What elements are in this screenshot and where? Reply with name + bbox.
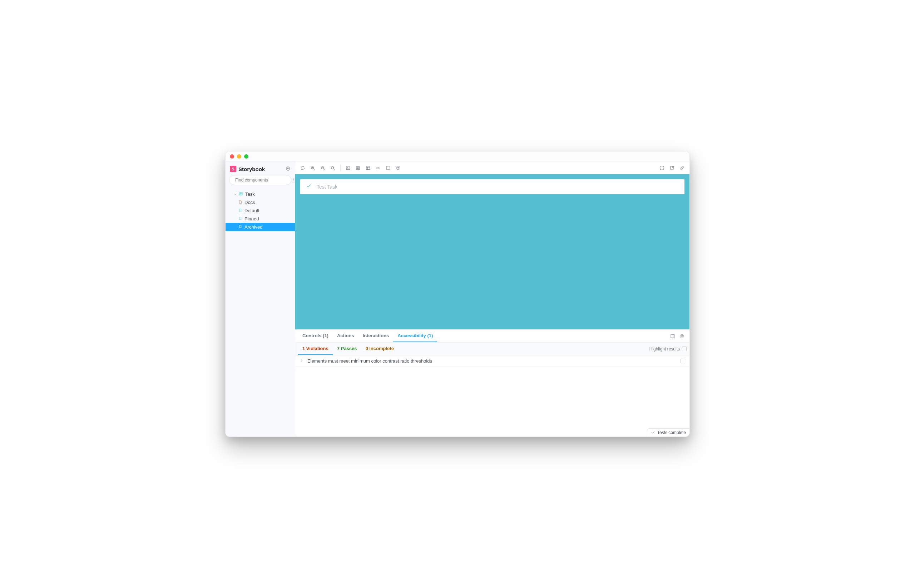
titlebar — [225, 152, 690, 162]
highlight-results-label: Highlight results — [649, 347, 680, 352]
svg-rect-3 — [241, 192, 242, 194]
sidebar-component-label: Task — [245, 191, 255, 197]
app-body: S Storybook / — [225, 162, 690, 436]
ruler-icon — [376, 165, 381, 170]
violation-row-checkbox[interactable] — [680, 359, 685, 363]
sidebar-item-label: Pinned — [245, 216, 259, 221]
tab-accessibility-label: Accessibility (1) — [397, 333, 433, 338]
highlight-results-checkbox[interactable] — [682, 347, 687, 351]
tab-accessibility[interactable]: Accessibility (1) — [393, 330, 437, 342]
status-label: Tests complete — [657, 430, 686, 435]
gear-icon — [286, 166, 291, 171]
sidebar: S Storybook / — [225, 162, 295, 436]
close-circle-icon — [679, 334, 685, 339]
tab-actions-label: Actions — [337, 333, 354, 338]
outline-icon — [385, 165, 391, 170]
sidebar-item-label: Docs — [245, 200, 255, 205]
svg-rect-2 — [240, 192, 241, 194]
search-input-container[interactable]: / — [229, 175, 291, 185]
main: Test Task Controls (1) Actions Interacti… — [295, 162, 690, 436]
measure-button[interactable] — [374, 163, 383, 173]
tab-controls[interactable]: Controls (1) — [298, 330, 333, 342]
sidebar-item-default[interactable]: Default — [225, 207, 295, 215]
link-icon — [679, 165, 685, 170]
zoom-out-icon — [320, 165, 325, 170]
svg-rect-16 — [376, 167, 380, 169]
fullscreen-button[interactable] — [657, 163, 667, 173]
search-input[interactable] — [235, 178, 289, 183]
zoom-out-button[interactable] — [318, 163, 327, 173]
svg-rect-21 — [671, 334, 674, 338]
component-icon — [239, 191, 243, 197]
svg-point-19 — [398, 166, 398, 167]
storybook-logo-icon: S — [230, 166, 236, 172]
accessibility-vision-button[interactable] — [394, 163, 403, 173]
grid-button[interactable] — [353, 163, 363, 173]
panel-orientation-button[interactable] — [668, 331, 677, 341]
zoom-reset-icon — [330, 165, 335, 170]
svg-rect-17 — [386, 166, 390, 169]
subtab-incomplete[interactable]: 0 Incomplete — [361, 342, 398, 355]
panel-split-icon — [670, 334, 675, 339]
background-button[interactable] — [343, 163, 353, 173]
svg-rect-11 — [356, 166, 358, 168]
chevron-right-icon — [300, 358, 304, 363]
brand[interactable]: S Storybook — [230, 166, 265, 172]
task-card: Test Task — [300, 179, 685, 194]
sidebar-component-task[interactable]: Task — [225, 190, 295, 198]
toolbar-separator — [340, 165, 341, 171]
svg-rect-14 — [358, 168, 360, 170]
zoom-in-button[interactable] — [308, 163, 317, 173]
violation-row[interactable]: Elements must meet minimum color contras… — [295, 355, 690, 367]
sidebar-item-label: Default — [245, 208, 259, 213]
window: S Storybook / — [225, 151, 690, 437]
task-checked-icon — [306, 183, 312, 191]
task-title: Test Task — [317, 184, 337, 190]
document-icon — [238, 200, 242, 205]
search-shortcut: / — [291, 178, 296, 183]
sidebar-item-docs[interactable]: Docs — [225, 198, 295, 207]
outline-button[interactable] — [384, 163, 393, 173]
toolbar-view-group — [343, 163, 403, 173]
status-pill: Tests complete — [647, 428, 690, 436]
subtab-violations-label: 1 Violations — [302, 346, 329, 351]
layout-icon — [366, 165, 371, 170]
subtab-violations[interactable]: 1 Violations — [298, 342, 333, 355]
viewport-button[interactable] — [363, 163, 373, 173]
search-wrap: / — [225, 175, 295, 189]
open-new-tab-button[interactable] — [667, 163, 677, 173]
tab-interactions-label: Interactions — [363, 333, 389, 338]
window-zoom-button[interactable] — [244, 154, 248, 158]
toolbar-right-group — [657, 163, 687, 173]
violation-text: Elements must meet minimum color contras… — [308, 358, 432, 363]
svg-rect-13 — [356, 168, 358, 170]
panel-close-button[interactable] — [677, 331, 687, 341]
sidebar-item-label: Archived — [245, 225, 263, 230]
settings-button[interactable] — [286, 166, 291, 172]
brand-name: Storybook — [238, 166, 265, 172]
svg-point-8 — [331, 166, 334, 169]
expand-icon — [659, 165, 664, 170]
sidebar-header: S Storybook — [225, 162, 295, 175]
svg-point-10 — [347, 167, 348, 168]
window-close-button[interactable] — [230, 154, 234, 158]
grid-icon — [356, 165, 361, 170]
tab-interactions[interactable]: Interactions — [358, 330, 394, 342]
sidebar-item-archived[interactable]: Archived — [225, 223, 295, 231]
copy-link-button[interactable] — [677, 163, 687, 173]
tab-actions[interactable]: Actions — [333, 330, 358, 342]
sync-button[interactable] — [298, 163, 308, 173]
addon-tabs: Controls (1) Actions Interactions Access… — [295, 330, 690, 342]
toolbar-zoom-group — [298, 163, 337, 173]
window-minimize-button[interactable] — [237, 154, 241, 158]
subtab-incomplete-label: 0 Incomplete — [365, 346, 394, 351]
toolbar — [295, 162, 690, 174]
sidebar-item-pinned[interactable]: Pinned — [225, 215, 295, 223]
zoom-reset-button[interactable] — [328, 163, 337, 173]
svg-rect-12 — [358, 166, 360, 168]
bookmark-icon — [238, 216, 242, 221]
addon-panel: Controls (1) Actions Interactions Access… — [295, 330, 690, 436]
a11y-subtabs: 1 Violations 7 Passes 0 Incomplete Highl… — [295, 342, 690, 355]
subtab-passes[interactable]: 7 Passes — [333, 342, 361, 355]
svg-rect-15 — [366, 166, 369, 169]
